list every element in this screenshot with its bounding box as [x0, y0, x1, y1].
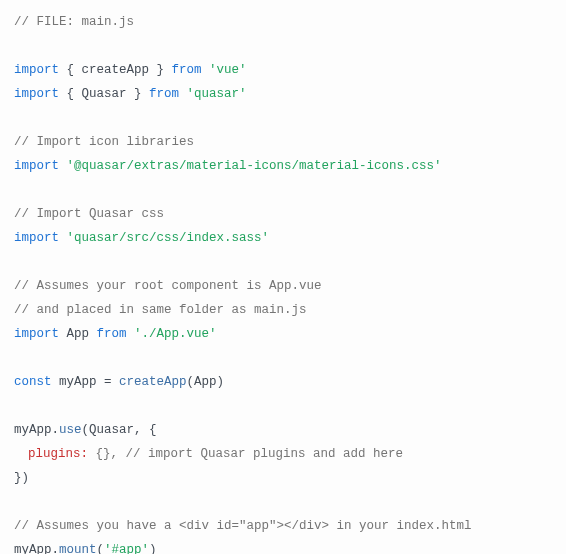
blank-line [14, 106, 552, 130]
punct: { [59, 63, 82, 77]
ident: myApp. [14, 423, 59, 437]
punct: }) [14, 471, 29, 485]
keyword-import: import [14, 63, 59, 77]
ident: myApp. [14, 543, 59, 554]
code-line: plugins: {}, // import Quasar plugins an… [14, 442, 552, 466]
code-line: // and placed in same folder as main.js [14, 298, 552, 322]
code-line: import { createApp } from 'vue' [14, 58, 552, 82]
comment: // Import icon libraries [14, 135, 194, 149]
blank-line [14, 346, 552, 370]
comment: // Assumes your root component is App.vu… [14, 279, 322, 293]
string: '@quasar/extras/material-icons/material-… [59, 159, 442, 173]
code-line: const myApp = createApp(App) [14, 370, 552, 394]
punct: ( [97, 543, 105, 554]
comment: // and placed in same folder as main.js [14, 303, 307, 317]
function-call: createApp [119, 375, 187, 389]
punct: ) [149, 543, 157, 554]
property-key: plugins: [28, 447, 88, 461]
punct: } [127, 87, 150, 101]
blank-line [14, 490, 552, 514]
method-call: use [59, 423, 82, 437]
text: {}, // import Quasar plugins and add her… [88, 447, 403, 461]
blank-line [14, 178, 552, 202]
code-line: // Assumes you have a <div id="app"></di… [14, 514, 552, 538]
code-line: // Import Quasar css [14, 202, 552, 226]
code-line: import App from './App.vue' [14, 322, 552, 346]
code-line: import 'quasar/src/css/index.sass' [14, 226, 552, 250]
keyword-import: import [14, 231, 59, 245]
comment: // Import Quasar css [14, 207, 164, 221]
blank-line [14, 394, 552, 418]
code-line: myApp.use(Quasar, { [14, 418, 552, 442]
keyword-import: import [14, 87, 59, 101]
keyword-from: from [97, 327, 127, 341]
punct: = [104, 375, 119, 389]
string: 'quasar' [179, 87, 247, 101]
blank-line [14, 34, 552, 58]
code-line: // FILE: main.js [14, 10, 552, 34]
blank-line [14, 250, 552, 274]
method-call: mount [59, 543, 97, 554]
keyword-import: import [14, 327, 59, 341]
code-line: import { Quasar } from 'quasar' [14, 82, 552, 106]
comment: // FILE: main.js [14, 15, 134, 29]
code-line: }) [14, 466, 552, 490]
punct: (App) [187, 375, 225, 389]
ident: myApp [52, 375, 105, 389]
string: '#app' [104, 543, 149, 554]
ident: Quasar [82, 87, 127, 101]
code-line: import '@quasar/extras/material-icons/ma… [14, 154, 552, 178]
code-line: // Import icon libraries [14, 130, 552, 154]
code-line: myApp.mount('#app') [14, 538, 552, 554]
punct: (Quasar, { [82, 423, 157, 437]
keyword-const: const [14, 375, 52, 389]
ident: App [59, 327, 97, 341]
keyword-from: from [172, 63, 202, 77]
punct: } [149, 63, 172, 77]
string: './App.vue' [127, 327, 217, 341]
keyword-import: import [14, 159, 59, 173]
ident: createApp [82, 63, 150, 77]
punct: { [59, 87, 82, 101]
string: 'vue' [202, 63, 247, 77]
keyword-from: from [149, 87, 179, 101]
string: 'quasar/src/css/index.sass' [59, 231, 269, 245]
code-line: // Assumes your root component is App.vu… [14, 274, 552, 298]
comment: // Assumes you have a <div id="app"></di… [14, 519, 472, 533]
